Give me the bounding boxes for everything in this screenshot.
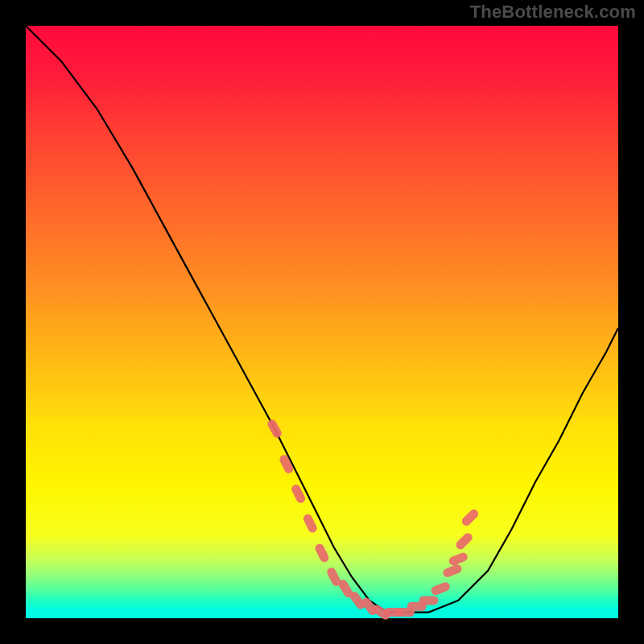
svg-rect-13 <box>419 596 439 605</box>
svg-rect-14 <box>430 581 451 597</box>
svg-rect-0 <box>266 418 283 439</box>
curve-svg <box>26 26 618 618</box>
valley-marker <box>314 543 331 564</box>
svg-rect-18 <box>460 508 481 528</box>
svg-rect-15 <box>442 564 463 579</box>
plot-area <box>26 26 618 618</box>
valley-marker <box>419 596 439 605</box>
curve-path <box>26 26 618 613</box>
valley-marker <box>430 581 451 597</box>
valley-marker <box>454 531 474 551</box>
watermark-text: TheBottleneck.com <box>470 2 636 23</box>
valley-marker <box>442 564 463 579</box>
svg-rect-16 <box>448 551 469 567</box>
svg-rect-17 <box>454 531 474 551</box>
chart-frame: TheBottleneck.com <box>0 0 644 644</box>
svg-rect-3 <box>302 513 319 534</box>
valley-markers <box>266 418 481 621</box>
valley-marker <box>266 418 283 439</box>
valley-marker <box>448 551 469 567</box>
valley-marker <box>302 513 319 534</box>
bottleneck-curve <box>26 26 618 613</box>
valley-marker <box>460 508 481 528</box>
svg-rect-4 <box>314 543 331 564</box>
